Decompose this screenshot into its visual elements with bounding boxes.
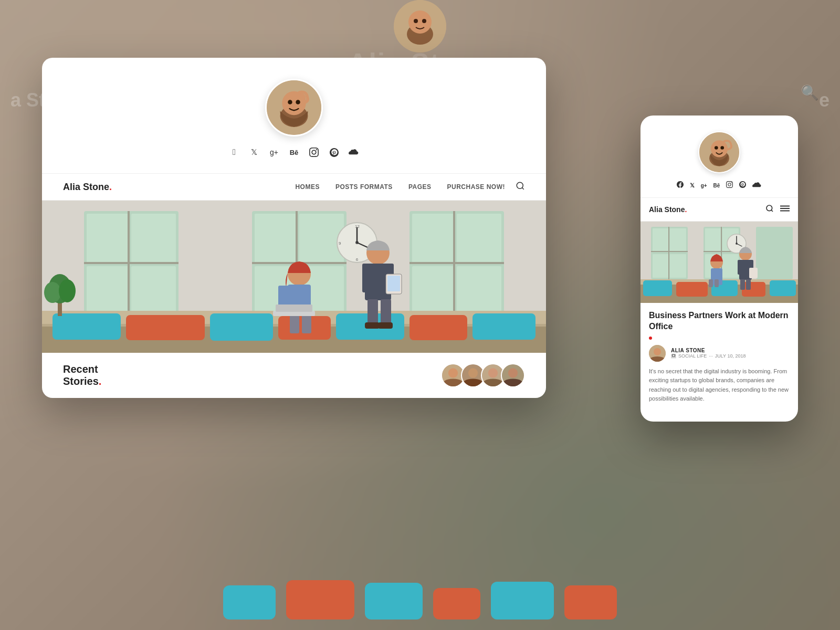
desktop-header:  𝕏 g+ Bē (42, 58, 546, 174)
svg-rect-128 (715, 279, 719, 287)
desktop-search-icon[interactable] (516, 181, 525, 193)
googleplus-icon[interactable]: g+ (269, 147, 279, 158)
mobile-facebook-icon[interactable] (677, 181, 684, 190)
svg-rect-122 (740, 279, 745, 290)
mobile-pinterest-icon[interactable] (739, 181, 746, 190)
twitter-icon[interactable]: 𝕏 (249, 147, 259, 158)
svg-text:12: 12 (355, 224, 360, 229)
svg-rect-28 (412, 214, 454, 264)
mobile-post-date: JULY 10, 2018 (715, 353, 746, 359)
mobile-post-title: Business Partners Work at Modern Office (649, 310, 790, 332)
svg-point-132 (673, 355, 675, 356)
svg-point-3 (414, 19, 418, 23)
mobile-author-row: ALIA STONE SOCIAL LIFE ··· JULY 10, 2018 (649, 345, 790, 362)
desktop-social-icons:  𝕏 g+ Bē (229, 147, 359, 158)
svg-rect-57 (381, 299, 391, 326)
desktop-avatar (265, 79, 323, 136)
nav-link-pages[interactable]: PAGES (408, 183, 432, 191)
svg-rect-103 (722, 254, 739, 278)
svg-rect-97 (668, 227, 669, 279)
mobile-post-content: Business Partners Work at Modern Office … (640, 303, 798, 411)
svg-rect-59 (378, 322, 393, 329)
cushion-5 (491, 582, 554, 620)
mobile-menu-icon[interactable] (780, 205, 790, 214)
soundcloud-icon[interactable] (349, 147, 359, 158)
desktop-nav-brand[interactable]: Alia Stone. (63, 182, 112, 193)
desktop-card:  𝕏 g+ Bē Alia Stone. (42, 58, 546, 398)
svg-rect-45 (52, 313, 121, 340)
svg-rect-14 (87, 214, 129, 264)
story-thumb-4[interactable] (501, 363, 525, 387)
mobile-post-category: SOCIAL LIFE (678, 353, 707, 359)
svg-rect-93 (653, 228, 669, 252)
svg-rect-47 (210, 313, 273, 341)
background-avatar (394, 0, 446, 52)
recent-stories-bar: Recent Stories. (42, 353, 546, 398)
mobile-behance-icon[interactable]: Bē (713, 183, 720, 188)
mobile-active-dot (649, 337, 652, 340)
mobile-card: 𝕏 g+ Bē Alia Stone. (640, 116, 798, 422)
desktop-nav-links: HOMES POSTS FORMATS PAGES PURCHASE NOW! (295, 183, 505, 191)
background-search-icon: 🔍 (801, 84, 819, 101)
svg-point-72 (59, 279, 76, 302)
svg-rect-15 (131, 214, 176, 264)
mobile-instagram-icon[interactable] (726, 181, 733, 190)
svg-rect-29 (457, 214, 501, 264)
svg-rect-33 (410, 262, 504, 264)
svg-point-9 (296, 100, 300, 104)
svg-rect-133 (671, 358, 676, 358)
cushion-1 (223, 585, 276, 620)
cushion-3 (365, 583, 423, 620)
desktop-nav: Alia Stone. HOMES POSTS FORMATS PAGES PU… (42, 174, 546, 201)
mobile-soundcloud-icon[interactable] (752, 182, 762, 190)
mobile-author-info: ALIA STONE SOCIAL LIFE ··· JULY 10, 2018 (671, 348, 746, 359)
svg-rect-123 (746, 279, 751, 290)
nav-link-posts-formats[interactable]: POSTS FORMATS (335, 183, 393, 191)
svg-line-87 (771, 210, 773, 212)
mobile-nav: Alia Stone. (640, 198, 798, 222)
facebook-icon[interactable]:  (229, 147, 239, 158)
mobile-nav-icons (765, 204, 790, 215)
cushion-6 (564, 585, 617, 620)
instagram-icon[interactable] (309, 147, 319, 158)
svg-rect-61 (387, 276, 400, 291)
svg-rect-106 (756, 227, 793, 279)
recent-stories-title: Recent Stories. (63, 363, 101, 387)
svg-point-85 (720, 146, 724, 150)
mobile-separator: ··· (709, 353, 713, 359)
svg-rect-51 (472, 313, 536, 340)
svg-rect-68 (276, 304, 312, 312)
svg-rect-127 (709, 279, 713, 287)
svg-point-84 (715, 146, 718, 150)
svg-rect-66 (302, 315, 311, 333)
svg-point-2 (408, 10, 432, 34)
svg-rect-58 (365, 322, 380, 329)
mobile-googleplus-icon[interactable]: g+ (701, 183, 707, 188)
svg-rect-64 (278, 286, 289, 307)
svg-point-130 (654, 348, 661, 355)
nav-link-purchase[interactable]: PURCHASE NOW! (447, 183, 506, 191)
cushion-4 (433, 588, 480, 620)
svg-rect-56 (368, 299, 378, 326)
mobile-nav-brand[interactable]: Alia Stone. (649, 205, 687, 214)
cushion-2 (286, 580, 354, 620)
mobile-search-icon[interactable] (765, 204, 774, 215)
svg-rect-46 (126, 315, 205, 340)
svg-point-71 (44, 282, 61, 303)
svg-point-86 (766, 205, 772, 211)
behance-icon[interactable]: Bē (289, 147, 299, 158)
svg-rect-120 (738, 260, 742, 275)
mobile-twitter-icon[interactable]: 𝕏 (690, 182, 695, 189)
svg-rect-19 (84, 262, 178, 264)
background-cushions (0, 514, 840, 630)
svg-rect-116 (742, 282, 765, 297)
pinterest-icon[interactable] (329, 147, 339, 158)
svg-rect-117 (770, 280, 796, 296)
svg-text:6: 6 (356, 257, 359, 262)
svg-rect-50 (410, 315, 467, 340)
nav-link-homes[interactable]: HOMES (295, 183, 320, 191)
svg-point-10 (517, 182, 523, 188)
svg-point-8 (288, 100, 292, 104)
svg-rect-16 (87, 266, 129, 313)
story-thumbnails (445, 363, 525, 387)
